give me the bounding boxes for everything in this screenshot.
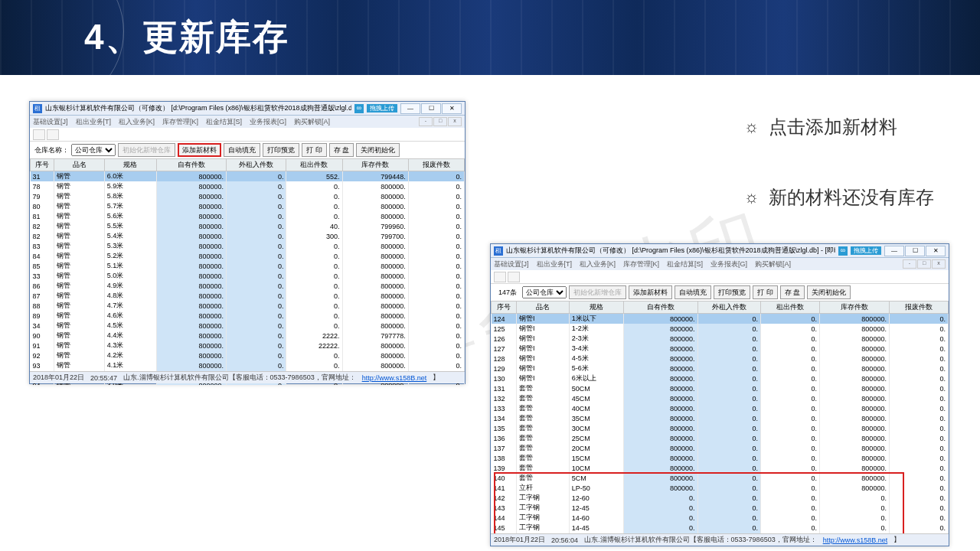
mdi-max[interactable]: □: [917, 259, 931, 269]
table-row[interactable]: 80钢管5.7米800000.0.0.800000.0.: [31, 201, 465, 211]
table-row[interactable]: 140套管5CM800000.0.0.800000.0.: [492, 473, 949, 483]
print-preview-button[interactable]: 打印预览: [263, 143, 299, 157]
add-material-button[interactable]: 添加新材料: [629, 285, 672, 299]
print-button[interactable]: 打 印: [302, 143, 327, 157]
menu-item[interactable]: 购买解锁[A]: [294, 117, 330, 127]
table-row[interactable]: 88钢管4.7米800000.0.0.800000.0.: [31, 301, 465, 311]
close-button[interactable]: ✕: [926, 246, 946, 256]
minimize-button[interactable]: —: [400, 103, 420, 114]
menu-item[interactable]: 租金结算[S]: [667, 259, 703, 269]
init-button[interactable]: 初始化新增仓库: [118, 143, 175, 157]
bullet-text: 点击添加新材料: [769, 115, 897, 139]
save-button[interactable]: 存 盘: [780, 285, 805, 299]
menu-item[interactable]: 业务报表[G]: [250, 117, 286, 127]
table-row[interactable]: 81钢管5.6米800000.0.0.800000.0.: [31, 211, 465, 221]
menu-item[interactable]: 租出业务[T]: [76, 117, 112, 127]
table-row[interactable]: 133套管40CM800000.0.0.800000.0.: [492, 403, 949, 413]
column-header: 报废件数: [408, 159, 464, 171]
table-row[interactable]: 131套管50CM800000.0.0.800000.0.: [492, 383, 949, 393]
table-row[interactable]: 124钢管I1米以下800000.0.0.800000.0.: [492, 314, 949, 324]
add-material-button[interactable]: 添加新材料: [178, 143, 221, 157]
minimize-button[interactable]: —: [884, 246, 904, 256]
table-row[interactable]: 79钢管5.8米800000.0.0.800000.0.: [31, 191, 465, 201]
mdi-max[interactable]: □: [433, 117, 447, 126]
table-row[interactable]: 130钢管I6米以上800000.0.0.800000.0.: [492, 373, 949, 383]
print-button[interactable]: 打 印: [753, 285, 778, 299]
table-row[interactable]: 125钢管I1-2米800000.0.0.800000.0.: [492, 324, 949, 334]
tool-icon[interactable]: [47, 129, 59, 140]
autofill-button[interactable]: 自动填充: [675, 285, 711, 299]
table-row[interactable]: 78钢管5.9米800000.0.0.800000.0.: [31, 181, 465, 191]
table-row[interactable]: 31钢管6.0米800000.0.552.799448.0.: [31, 171, 465, 182]
table-row[interactable]: 92钢管4.2米800000.0.0.800000.0.: [31, 350, 465, 360]
menu-item[interactable]: 业务报表[G]: [710, 259, 747, 269]
table-row[interactable]: 144工字钢14-600.0.0.0.0.: [492, 513, 949, 523]
mdi-close[interactable]: x: [448, 117, 462, 126]
table-row[interactable]: 87钢管4.8米800000.0.0.800000.0.: [31, 291, 465, 301]
column-header: 租出件数: [286, 159, 342, 171]
table-row[interactable]: 132套管45CM800000.0.0.800000.0.: [492, 393, 949, 403]
maximize-button[interactable]: ☐: [905, 246, 925, 256]
table-row[interactable]: 134套管35CM800000.0.0.800000.0.: [492, 413, 949, 423]
table-row[interactable]: 126钢管I2-3米800000.0.0.800000.0.: [492, 334, 949, 344]
table-row[interactable]: 139套管10CM800000.0.0.800000.0.: [492, 463, 949, 473]
table-row[interactable]: 143工字钢12-450.0.0.0.0.: [492, 503, 949, 513]
column-header: 品名: [54, 159, 104, 171]
controls-row: 仓库名称： 公司仓库 初始化新增仓库 添加新材料 自动填充 打印预览 打 印 存…: [30, 142, 465, 158]
menu-item[interactable]: 租入业务[K]: [119, 117, 155, 127]
table-row[interactable]: 82钢管5.5米800000.0.40.799960.0.: [31, 221, 465, 231]
menu-item[interactable]: 基础设置[J]: [494, 259, 529, 269]
menu-item[interactable]: 基础设置[J]: [33, 117, 68, 127]
table-row[interactable]: 128钢管I4-5米800000.0.0.800000.0.: [492, 354, 949, 364]
table-row[interactable]: 82钢管5.4米800000.0.300.799700.0.: [31, 231, 465, 241]
table-row[interactable]: 145工字钢14-450.0.0.0.0.: [492, 523, 949, 533]
menu-item[interactable]: 租金结算[S]: [206, 117, 242, 127]
close-init-button[interactable]: 关闭初始化: [807, 285, 851, 299]
table-row[interactable]: 86钢管4.9米800000.0.0.800000.0.: [31, 281, 465, 291]
table-row[interactable]: 84钢管5.2米800000.0.0.800000.0.: [31, 251, 465, 261]
mdi-min[interactable]: -: [903, 259, 916, 269]
menu-item[interactable]: 库存管理[K]: [162, 117, 198, 127]
table-row[interactable]: 138套管15CM800000.0.0.800000.0.: [492, 453, 949, 463]
table-row[interactable]: 33钢管5.0米800000.0.0.800000.0.: [31, 271, 465, 281]
tool-icon[interactable]: [494, 272, 506, 282]
data-grid-2[interactable]: 序号品名规格自有件数外租入件数租出件数库存件数报废件数 124钢管I1米以下80…: [491, 301, 949, 546]
table-row[interactable]: 135套管30CM800000.0.0.800000.0.: [492, 423, 949, 433]
table-row[interactable]: 136套管25CM800000.0.0.800000.0.: [492, 433, 949, 443]
statusbar: 2018年01月22日 20:55:47 山东.淄博银杉计算机软件有限公司【客服…: [30, 371, 465, 383]
table-row[interactable]: 93钢管4.1米800000.0.0.800000.0.: [31, 360, 465, 370]
status-link[interactable]: http://www.s158B.net: [362, 374, 427, 382]
table-row[interactable]: 83钢管5.3米800000.0.0.800000.0.: [31, 241, 465, 251]
init-button[interactable]: 初始化新增仓库: [569, 285, 626, 299]
autofill-button[interactable]: 自动填充: [224, 143, 260, 157]
column-header: 序号: [492, 302, 517, 314]
mdi-min[interactable]: -: [419, 117, 433, 126]
table-row[interactable]: 90钢管4.4米800000.0.2222.797778.0.: [31, 331, 465, 341]
mdi-close[interactable]: x: [932, 259, 946, 269]
tool-icon[interactable]: [33, 129, 45, 140]
table-row[interactable]: 85钢管5.1米800000.0.0.800000.0.: [31, 261, 465, 271]
menu-item[interactable]: 租出业务[T]: [537, 259, 573, 269]
table-row[interactable]: 34钢管4.5米800000.0.0.800000.0.: [31, 321, 465, 331]
print-preview-button[interactable]: 打印预览: [714, 285, 750, 299]
table-row[interactable]: 141立杆LP-50800000.0.0.800000.0.: [492, 483, 949, 493]
maximize-button[interactable]: ☐: [421, 103, 441, 114]
close-init-button[interactable]: 关闭初始化: [356, 143, 400, 157]
table-row[interactable]: 127钢管I3-4米800000.0.0.800000.0.: [492, 344, 949, 354]
menu-item[interactable]: 库存管理[K]: [623, 259, 659, 269]
close-button[interactable]: ✕: [442, 103, 462, 114]
data-grid-1[interactable]: 序号品名规格自有件数外租入件数租出件数库存件数报废件数 31钢管6.0米8000…: [30, 158, 465, 385]
table-row[interactable]: 142工字钢12-600.0.0.0.0.: [492, 493, 949, 503]
menu-item[interactable]: 购买解锁[A]: [755, 259, 791, 269]
titlebar: 租 山东银杉计算机软件有限公司（可修改） [d:\Program Files (…: [491, 244, 949, 258]
table-row[interactable]: 89钢管4.6米800000.0.0.800000.0.: [31, 311, 465, 321]
table-row[interactable]: 137套管20CM800000.0.0.800000.0.: [492, 443, 949, 453]
tool-icon[interactable]: [508, 272, 520, 282]
status-link[interactable]: http://www.s158B.net: [823, 536, 888, 544]
menu-item[interactable]: 租入业务[K]: [580, 259, 616, 269]
table-row[interactable]: 91钢管4.3米800000.0.22222.800000.0.: [31, 341, 465, 350]
table-row[interactable]: 129钢管I5-6米800000.0.0.800000.0.: [492, 364, 949, 373]
warehouse-select[interactable]: 公司仓库: [71, 144, 116, 156]
warehouse-select[interactable]: 公司仓库: [522, 286, 567, 298]
save-button[interactable]: 存 盘: [329, 143, 354, 157]
